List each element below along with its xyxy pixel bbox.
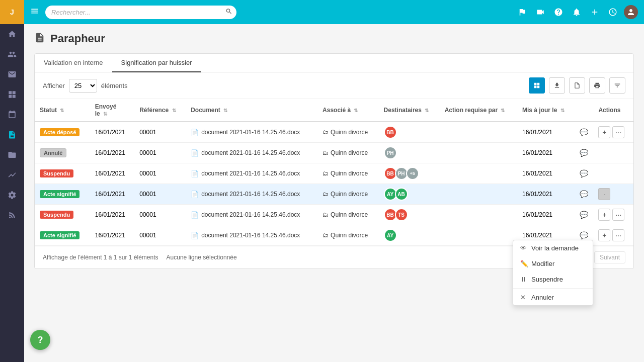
clock-icon[interactable] bbox=[606, 5, 620, 19]
sidebar-item-parapheur[interactable] bbox=[2, 126, 22, 144]
search-input[interactable] bbox=[45, 6, 236, 19]
doc-icon: 📄 bbox=[191, 170, 199, 177]
cell-mis-a-jour: 16/01/2021 bbox=[517, 163, 575, 184]
cell-reference: 00001 bbox=[134, 225, 186, 246]
tab-signification[interactable]: Signification par huissier bbox=[112, 54, 201, 72]
print-button[interactable] bbox=[589, 77, 605, 94]
page-header: Parapheur bbox=[34, 32, 634, 45]
pencil-icon: ✏️ bbox=[520, 260, 527, 267]
comment-icon[interactable]: 💬 bbox=[580, 231, 588, 239]
badge-acte-depose: Acte déposé bbox=[40, 128, 79, 136]
cell-comment: 💬 bbox=[575, 143, 593, 163]
tab-validation[interactable]: Validation en interne bbox=[35, 54, 112, 72]
sidebar-item-grid[interactable] bbox=[2, 85, 22, 104]
doc-icon: 📄 bbox=[191, 149, 199, 157]
add-action-button-3[interactable]: + bbox=[598, 229, 610, 241]
cell-document: 📄document 2021-01-16 14.25.46.docx bbox=[186, 122, 317, 143]
add-icon[interactable] bbox=[588, 5, 602, 19]
notification-icon[interactable] bbox=[570, 5, 584, 19]
comment-icon[interactable]: 💬 bbox=[580, 190, 588, 198]
cell-action-requise bbox=[440, 122, 517, 143]
sidebar-item-home[interactable] bbox=[2, 25, 22, 43]
main-table: Statut ⇅ Envoyéle ⇅ Référence ⇅ Document… bbox=[35, 99, 633, 246]
cell-envoye: 16/01/2021 bbox=[90, 184, 134, 205]
next-button[interactable]: Suivant bbox=[594, 251, 625, 263]
add-action-button[interactable]: + bbox=[598, 126, 610, 138]
user-avatar[interactable] bbox=[624, 5, 638, 19]
cell-document: 📄document 2021-01-16 14.25.46.docx bbox=[186, 205, 317, 225]
col-reference[interactable]: Référence ⇅ bbox=[134, 99, 186, 122]
col-statut[interactable]: Statut ⇅ bbox=[35, 99, 90, 122]
cell-actions: + ··· bbox=[593, 225, 633, 246]
dropdown-annuler[interactable]: ✕ Annuler bbox=[513, 290, 593, 305]
search-button[interactable] bbox=[225, 8, 232, 17]
badge-annule: Annulé bbox=[40, 148, 66, 157]
badge-acte-signe-2: Acte signifié bbox=[40, 231, 79, 239]
col-empty bbox=[575, 99, 593, 122]
cell-associe: 🗂 Quinn divorce bbox=[317, 122, 379, 143]
comment-icon[interactable]: 💬 bbox=[580, 149, 588, 157]
cell-destinataires: BBTS bbox=[379, 205, 440, 225]
elements-label: éléments bbox=[101, 82, 128, 89]
cell-statut: Acte signifié bbox=[35, 184, 90, 205]
navbar-actions bbox=[515, 5, 638, 19]
grid-view-button[interactable] bbox=[529, 77, 545, 94]
help-icon[interactable] bbox=[551, 5, 566, 19]
doc-icon: 📄 bbox=[191, 191, 199, 198]
badge-suspendu: Suspendu bbox=[40, 169, 73, 177]
comment-icon[interactable]: 💬 bbox=[580, 128, 588, 136]
avatar-bb: BB bbox=[384, 126, 397, 139]
filter-button[interactable] bbox=[609, 77, 625, 94]
col-envoye[interactable]: Envoyéle ⇅ bbox=[90, 99, 134, 122]
cell-envoye: 16/01/2021 bbox=[90, 122, 134, 143]
sidebar-item-rss[interactable] bbox=[2, 206, 22, 224]
download-button[interactable] bbox=[549, 77, 565, 94]
sidebar-item-settings[interactable] bbox=[2, 186, 22, 204]
sidebar-item-mail[interactable] bbox=[2, 65, 22, 83]
cell-comment: 💬 bbox=[575, 205, 593, 225]
sidebar-item-users[interactable] bbox=[2, 45, 22, 63]
doc-icon: 📄 bbox=[191, 232, 199, 239]
video-icon[interactable] bbox=[533, 5, 547, 19]
minus-action-button[interactable]: - bbox=[598, 188, 610, 200]
export-button[interactable] bbox=[569, 77, 585, 94]
cell-reference: 00001 bbox=[134, 205, 186, 225]
table-row: Annulé 16/01/2021 00001 📄document 2021-0… bbox=[35, 143, 633, 163]
cell-reference: 00001 bbox=[134, 184, 186, 205]
footer-info: Affichage de l'élément 1 à 1 sur 1 éléme… bbox=[43, 254, 537, 261]
sidebar-item-calendar[interactable] bbox=[2, 106, 22, 124]
sidebar-item-folder[interactable] bbox=[2, 146, 22, 164]
menu-icon[interactable] bbox=[30, 7, 39, 18]
col-document[interactable]: Document ⇅ bbox=[186, 99, 317, 122]
cell-reference: 00001 bbox=[134, 122, 186, 143]
comment-icon[interactable]: 💬 bbox=[580, 169, 588, 177]
cell-envoye: 16/01/2021 bbox=[90, 163, 134, 184]
avatar-ab: AB bbox=[395, 188, 408, 201]
comment-icon[interactable]: 💬 bbox=[580, 211, 588, 219]
afficher-label: Afficher bbox=[43, 82, 65, 89]
cell-associe: 🗂 Quinn divorce bbox=[317, 163, 379, 184]
more-action-button-3[interactable]: ··· bbox=[612, 229, 624, 241]
add-action-button-2[interactable]: + bbox=[598, 209, 610, 221]
avatar-ts: TS bbox=[395, 208, 408, 221]
col-associe[interactable]: Associé à ⇅ bbox=[317, 99, 379, 122]
more-action-button[interactable]: ··· bbox=[612, 126, 624, 138]
col-action-requise[interactable]: Action requise par ⇅ bbox=[440, 99, 517, 122]
col-mis-a-jour[interactable]: Mis à jour le ⇅ bbox=[517, 99, 575, 122]
sidebar-item-chart[interactable] bbox=[2, 166, 22, 184]
count-select[interactable]: 10 25 50 100 bbox=[69, 79, 97, 93]
help-button[interactable]: ? bbox=[30, 330, 50, 350]
dropdown-modifier[interactable]: ✏️ Modifier bbox=[513, 256, 593, 272]
cell-destinataires: BB bbox=[379, 122, 440, 143]
avatar-plus: +5 bbox=[406, 167, 419, 180]
dropdown-suspendre[interactable]: ⏸ Suspendre bbox=[513, 272, 593, 287]
sidebar: J bbox=[0, 0, 24, 362]
col-destinataires[interactable]: Destinataires ⇅ bbox=[379, 99, 440, 122]
table-row: Suspendu 16/01/2021 00001 📄document 2021… bbox=[35, 163, 633, 184]
table-row: Acte signifié 16/01/2021 00001 📄document… bbox=[35, 184, 633, 205]
more-action-button-2[interactable]: ··· bbox=[612, 209, 624, 221]
dropdown-voir[interactable]: 👁 Voir la demande bbox=[513, 240, 593, 256]
main-card: Validation en interne Signification par … bbox=[34, 53, 634, 269]
flag-icon[interactable] bbox=[515, 5, 529, 19]
cell-action-requise bbox=[440, 225, 517, 246]
